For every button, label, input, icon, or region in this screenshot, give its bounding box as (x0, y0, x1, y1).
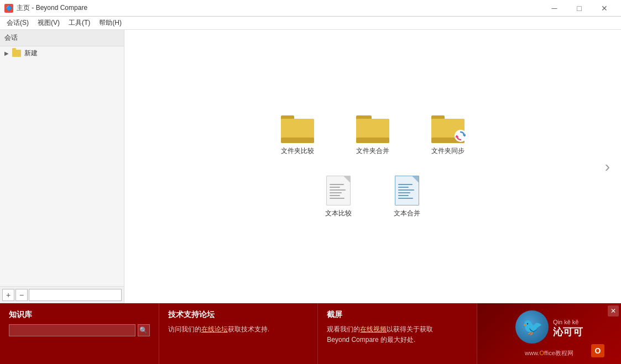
forum-title: 技术支持论坛 (168, 310, 309, 320)
forum-text: 访问我们的在线论坛获取技术支持. (168, 324, 309, 335)
folder-icon (12, 50, 21, 57)
knowledge-search-input[interactable] (9, 324, 135, 336)
menu-session[interactable]: 会话(S) (2, 17, 33, 29)
folder-merge-label: 文件夹合并 (356, 146, 389, 156)
knowledge-search-button[interactable]: 🔍 (138, 324, 150, 336)
text-merge-icon (395, 176, 419, 205)
minimize-button[interactable]: ─ (542, 0, 567, 17)
forum-section: 技术支持论坛 访问我们的在线论坛获取技术支持. (159, 303, 319, 364)
text-compare-icon (326, 176, 351, 205)
forum-link[interactable]: 在线论坛 (201, 325, 228, 333)
sidebar-content: ▶ 新建 (0, 46, 124, 286)
logo-text-group: Qin kě kě 沁可可 (553, 318, 583, 339)
logo-bird-icon: 🐦 (522, 317, 542, 336)
folder-merge-icon (356, 115, 389, 143)
sidebar-item-new[interactable]: ▶ 新建 (0, 46, 124, 60)
remove-session-button[interactable]: − (15, 289, 28, 301)
folder-sync-item[interactable]: 文件夹同步 (427, 111, 469, 160)
screenshot-title: 截屏 (327, 310, 468, 320)
menu-view[interactable]: 视图(V) (33, 17, 64, 29)
add-session-button[interactable]: + (2, 289, 14, 301)
folder-merge-item[interactable]: 文件夹合并 (352, 111, 394, 160)
titlebar-left: 🔷 主页 - Beyond Compare (4, 3, 87, 13)
expand-arrow: ▶ (4, 50, 9, 56)
logo-section: 🐦 Qin kě kě 沁可可 www.Office教程网 O (477, 303, 621, 364)
logo-name: 沁可可 (553, 325, 583, 339)
menu-help[interactable]: 帮助(H) (95, 17, 126, 29)
forum-text-before: 访问我们的 (168, 325, 201, 333)
sidebar-header: 会话 (0, 30, 124, 46)
window-controls: ─ □ ✕ (542, 0, 617, 17)
folder-sync-label: 文件夹同步 (431, 146, 465, 156)
items-grid: 文件夹比较 文件夹合并 (276, 111, 469, 223)
folder-compare-item[interactable]: 文件夹比较 (276, 111, 319, 160)
menubar: 会话(S) 视图(V) 工具(T) 帮助(H) (0, 17, 621, 30)
sidebar-bottom: + − (0, 286, 124, 303)
items-row-2: 文本比较 (321, 171, 425, 223)
ms-badge: O (591, 344, 604, 357)
folder-compare-label: 文件夹比较 (281, 146, 314, 156)
screenshot-text-before: 观看我们的 (327, 325, 360, 333)
text-merge-label: 文本合并 (394, 209, 420, 218)
session-search-input[interactable] (29, 289, 122, 301)
forum-text-after: 获取技术支持. (228, 325, 269, 333)
text-compare-label: 文本比较 (325, 209, 352, 218)
items-row-1: 文件夹比较 文件夹合并 (276, 111, 469, 160)
search-form: 🔍 (9, 324, 150, 336)
office-icon: O (591, 344, 604, 357)
app-title: 主页 - Beyond Compare (17, 3, 87, 13)
new-item-label: 新建 (24, 49, 38, 58)
main-layout: 会话 ▶ 新建 + − (0, 30, 621, 303)
next-arrow[interactable]: › (605, 158, 610, 176)
close-button[interactable]: ✕ (592, 0, 617, 17)
text-merge-item[interactable]: 文本合并 (389, 171, 425, 223)
folder-sync-icon (431, 115, 465, 143)
content-area: 文件夹比较 文件夹合并 (124, 30, 621, 303)
logo-site: www.Office教程网 (525, 349, 573, 357)
sync-badge (455, 130, 467, 142)
titlebar: 🔷 主页 - Beyond Compare ─ □ ✕ (0, 0, 621, 17)
logo-icon: 🐦 (515, 310, 549, 344)
app-icon: 🔷 (4, 4, 13, 13)
screenshot-link[interactable]: 在线视频 (360, 325, 387, 333)
text-compare-item[interactable]: 文本比较 (321, 171, 356, 223)
screenshot-text: 观看我们的在线视频以获得关于获取Beyond Compare 的最大好处. (327, 324, 468, 345)
maximize-button[interactable]: □ (567, 0, 592, 17)
screenshot-section: 截屏 观看我们的在线视频以获得关于获取Beyond Compare 的最大好处. (318, 303, 477, 364)
menu-tools[interactable]: 工具(T) (64, 17, 95, 29)
site-text: ffice教程网 (544, 350, 573, 356)
bottom-panel: ✕ 知识库 🔍 技术支持论坛 访问我们的在线论坛获取技术支持. 截屏 观看我们的… (0, 303, 621, 364)
logo-pinyin: Qin kě kě (553, 319, 583, 325)
folder-compare-icon (281, 115, 314, 143)
bottom-close-button[interactable]: ✕ (608, 305, 619, 316)
knowledge-base-section: 知识库 🔍 (0, 303, 159, 364)
sidebar: 会话 ▶ 新建 + − (0, 30, 124, 303)
sync-icon (456, 131, 466, 141)
knowledge-base-title: 知识库 (9, 310, 150, 320)
